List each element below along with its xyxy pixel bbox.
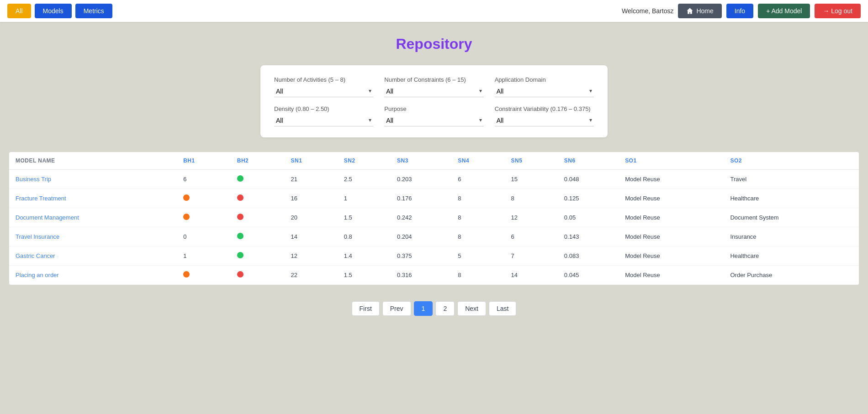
main-content: Repository Number of Activities (5 – 8) … [0, 22, 868, 339]
purpose-select[interactable]: All [384, 115, 483, 126]
sn2-cell: 0.8 [338, 227, 391, 246]
model-name-cell[interactable]: Travel Insurance [9, 227, 177, 246]
table-row: Gastric Cancer1121.40.375570.083Model Re… [9, 246, 859, 266]
bh2-dot [237, 252, 243, 258]
density-select[interactable]: All [274, 115, 373, 126]
sn2-cell: 2.5 [338, 170, 391, 189]
domain-label: Application Domain [495, 76, 594, 83]
so2-cell: Healthcare [724, 246, 859, 266]
all-button[interactable]: All [7, 4, 31, 18]
first-button[interactable]: First [352, 301, 380, 316]
variability-select[interactable]: All [495, 115, 594, 126]
sn4-cell: 8 [451, 227, 504, 246]
table-container: MODEL NAME BH1 BH2 SN1 SN2 SN3 SN4 SN5 S… [9, 152, 859, 285]
so2-cell: Travel [724, 170, 859, 189]
sn1-cell: 14 [285, 227, 338, 246]
sn2-cell: 1.5 [338, 208, 391, 227]
model-name-link[interactable]: Business Trip [16, 176, 51, 183]
purpose-filter: Purpose All [384, 105, 483, 126]
bh1-cell: 6 [177, 170, 231, 189]
model-name-link[interactable]: Document Management [16, 214, 79, 221]
col-sn4: SN4 [451, 152, 504, 170]
so1-cell: Model Reuse [619, 208, 724, 227]
sn3-cell: 0.176 [391, 189, 451, 208]
home-button[interactable]: Home [678, 4, 721, 18]
home-label: Home [696, 7, 713, 15]
col-sn6: SN6 [558, 152, 619, 170]
bh2-dot [237, 271, 243, 278]
info-button[interactable]: Info [726, 4, 753, 18]
model-name-cell[interactable]: Business Trip [9, 170, 177, 189]
sn3-cell: 0.204 [391, 227, 451, 246]
so2-cell: Insurance [724, 227, 859, 246]
filters-card: Number of Activities (5 – 8) All Number … [260, 65, 608, 137]
sn4-cell: 8 [451, 189, 504, 208]
sn1-cell: 12 [285, 246, 338, 266]
bh2-dot [237, 194, 243, 201]
model-name-cell[interactable]: Fracture Treatment [9, 189, 177, 208]
bh1-cell [177, 189, 231, 208]
navbar-left: All Models Metrics [7, 4, 112, 18]
col-sn3: SN3 [391, 152, 451, 170]
last-button[interactable]: Last [489, 301, 516, 316]
constraints-filter: Number of Constraints (6 – 15) All [384, 76, 483, 97]
col-model-name: MODEL NAME [9, 152, 177, 170]
sn6-cell: 0.125 [558, 189, 619, 208]
model-name-link[interactable]: Placing an order [16, 272, 59, 278]
add-model-button[interactable]: + Add Model [758, 4, 810, 18]
sn3-cell: 0.375 [391, 246, 451, 266]
metrics-button[interactable]: Metrics [75, 4, 112, 18]
pagination: First Prev 1 2 Next Last [9, 292, 859, 325]
model-name-cell[interactable]: Gastric Cancer [9, 246, 177, 266]
sn5-cell: 15 [505, 170, 558, 189]
col-so1: SO1 [619, 152, 724, 170]
activities-select[interactable]: All [274, 86, 373, 97]
sn6-cell: 0.045 [558, 266, 619, 285]
model-name-link[interactable]: Fracture Treatment [16, 195, 66, 202]
models-table: MODEL NAME BH1 BH2 SN1 SN2 SN3 SN4 SN5 S… [9, 152, 859, 285]
bh1-dot [183, 271, 190, 278]
domain-select-wrapper: All [495, 86, 594, 97]
table-header: MODEL NAME BH1 BH2 SN1 SN2 SN3 SN4 SN5 S… [9, 152, 859, 170]
page-2-button[interactable]: 2 [435, 301, 455, 316]
constraints-label: Number of Constraints (6 – 15) [384, 76, 483, 83]
activities-filter: Number of Activities (5 – 8) All [274, 76, 373, 97]
variability-label: Constraint Variability (0.176 – 0.375) [495, 105, 594, 112]
so1-cell: Model Reuse [619, 227, 724, 246]
bh2-dot [237, 233, 243, 239]
bh2-cell [231, 189, 285, 208]
sn4-cell: 8 [451, 208, 504, 227]
table-row: Placing an order221.50.3168140.045Model … [9, 266, 859, 285]
col-bh1: BH1 [177, 152, 231, 170]
table-body: Business Trip6212.50.2036150.048Model Re… [9, 170, 859, 285]
so2-cell: Order Purchase [724, 266, 859, 285]
sn6-cell: 0.083 [558, 246, 619, 266]
col-bh2: BH2 [231, 152, 285, 170]
model-name-link[interactable]: Gastric Cancer [16, 252, 55, 259]
logout-button[interactable]: → Log out [815, 4, 861, 18]
bh2-dot [237, 214, 243, 220]
navbar-right: Welcome, Bartosz Home Info + Add Model →… [622, 4, 861, 18]
model-name-cell[interactable]: Document Management [9, 208, 177, 227]
models-button[interactable]: Models [35, 4, 72, 18]
prev-button[interactable]: Prev [382, 301, 411, 316]
activities-label: Number of Activities (5 – 8) [274, 76, 373, 83]
next-button[interactable]: Next [457, 301, 486, 316]
col-sn2: SN2 [338, 152, 391, 170]
bh2-cell [231, 170, 285, 189]
sn5-cell: 7 [505, 246, 558, 266]
welcome-text: Welcome, Bartosz [622, 7, 673, 15]
constraints-select[interactable]: All [384, 86, 483, 97]
model-name-cell[interactable]: Placing an order [9, 266, 177, 285]
model-name-link[interactable]: Travel Insurance [16, 233, 59, 240]
domain-select[interactable]: All [495, 86, 594, 97]
bh1-cell [177, 266, 231, 285]
so2-cell: Healthcare [724, 189, 859, 208]
so2-cell: Document System [724, 208, 859, 227]
constraints-select-wrapper: All [384, 86, 483, 97]
bh1-dot [183, 194, 190, 201]
sn5-cell: 14 [505, 266, 558, 285]
variability-filter: Constraint Variability (0.176 – 0.375) A… [495, 105, 594, 126]
activities-select-wrapper: All [274, 86, 373, 97]
page-1-button[interactable]: 1 [414, 301, 433, 316]
